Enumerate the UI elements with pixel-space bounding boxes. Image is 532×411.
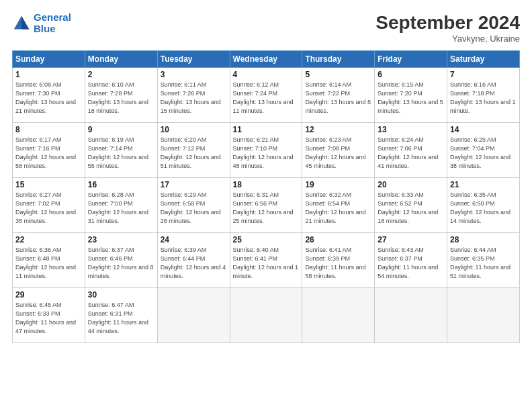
day-info: Sunrise: 6:31 AMSunset: 6:56 PMDaylight:…	[233, 191, 300, 226]
day-number: 5	[305, 70, 371, 79]
logo-icon	[12, 14, 31, 33]
calendar-cell: 28Sunrise: 6:44 AMSunset: 6:35 PMDayligh…	[447, 233, 520, 288]
day-number: 9	[88, 125, 154, 134]
day-info: Sunrise: 6:39 AMSunset: 6:44 PMDaylight:…	[161, 246, 227, 281]
day-info: Sunrise: 6:08 AMSunset: 7:30 PMDaylight:…	[15, 81, 82, 116]
day-number: 24	[161, 235, 227, 244]
calendar-row: 29Sunrise: 6:45 AMSunset: 6:33 PMDayligh…	[13, 288, 520, 343]
calendar-cell: 6Sunrise: 6:15 AMSunset: 7:20 PMDaylight…	[375, 68, 447, 123]
day-info: Sunrise: 6:23 AMSunset: 7:08 PMDaylight:…	[305, 136, 371, 171]
calendar-cell	[447, 288, 520, 343]
calendar-cell: 29Sunrise: 6:45 AMSunset: 6:33 PMDayligh…	[13, 288, 85, 343]
calendar-cell: 11Sunrise: 6:21 AMSunset: 7:10 PMDayligh…	[230, 123, 302, 178]
day-info: Sunrise: 6:12 AMSunset: 7:24 PMDaylight:…	[233, 81, 300, 116]
logo-general: General	[34, 11, 71, 23]
th-saturday: Saturday	[447, 51, 520, 68]
day-info: Sunrise: 6:47 AMSunset: 6:31 PMDaylight:…	[88, 301, 154, 336]
day-number: 23	[88, 235, 154, 244]
day-info: Sunrise: 6:27 AMSunset: 7:02 PMDaylight:…	[15, 191, 82, 226]
day-info: Sunrise: 6:33 AMSunset: 6:52 PMDaylight:…	[378, 191, 444, 226]
logo-text: General Blue	[34, 12, 71, 34]
calendar-cell: 26Sunrise: 6:41 AMSunset: 6:39 PMDayligh…	[302, 233, 375, 288]
calendar-cell: 24Sunrise: 6:39 AMSunset: 6:44 PMDayligh…	[157, 233, 230, 288]
calendar-cell: 10Sunrise: 6:20 AMSunset: 7:12 PMDayligh…	[157, 123, 230, 178]
day-info: Sunrise: 6:25 AMSunset: 7:04 PMDaylight:…	[450, 136, 517, 171]
day-info: Sunrise: 6:20 AMSunset: 7:12 PMDaylight:…	[161, 136, 227, 171]
day-info: Sunrise: 6:10 AMSunset: 7:28 PMDaylight:…	[88, 81, 154, 116]
day-info: Sunrise: 6:35 AMSunset: 6:50 PMDaylight:…	[450, 191, 517, 226]
calendar-cell: 23Sunrise: 6:37 AMSunset: 6:46 PMDayligh…	[85, 233, 157, 288]
calendar-cell: 22Sunrise: 6:36 AMSunset: 6:48 PMDayligh…	[13, 233, 85, 288]
calendar-cell: 19Sunrise: 6:32 AMSunset: 6:54 PMDayligh…	[302, 178, 375, 233]
day-number: 20	[378, 180, 444, 189]
day-info: Sunrise: 6:41 AMSunset: 6:39 PMDaylight:…	[305, 246, 371, 281]
calendar-cell: 13Sunrise: 6:24 AMSunset: 7:06 PMDayligh…	[375, 123, 447, 178]
day-info: Sunrise: 6:40 AMSunset: 6:41 PMDaylight:…	[233, 246, 300, 281]
calendar-cell: 5Sunrise: 6:14 AMSunset: 7:22 PMDaylight…	[302, 68, 375, 123]
day-number: 8	[15, 125, 82, 134]
day-number: 29	[15, 290, 82, 300]
calendar-row: 8Sunrise: 6:17 AMSunset: 7:16 PMDaylight…	[13, 123, 520, 178]
calendar-cell: 20Sunrise: 6:33 AMSunset: 6:52 PMDayligh…	[375, 178, 447, 233]
calendar-cell: 3Sunrise: 6:11 AMSunset: 7:26 PMDaylight…	[157, 68, 230, 123]
day-number: 7	[450, 70, 517, 79]
location-subtitle: Yavkyne, Ukraine	[375, 34, 520, 44]
month-title: September 2024	[375, 12, 520, 34]
calendar-cell: 2Sunrise: 6:10 AMSunset: 7:28 PMDaylight…	[85, 68, 157, 123]
day-info: Sunrise: 6:36 AMSunset: 6:48 PMDaylight:…	[15, 246, 82, 281]
day-info: Sunrise: 6:43 AMSunset: 6:37 PMDaylight:…	[378, 246, 444, 281]
calendar-cell: 18Sunrise: 6:31 AMSunset: 6:56 PMDayligh…	[230, 178, 302, 233]
day-number: 16	[88, 180, 154, 189]
day-number: 21	[450, 180, 517, 189]
day-number: 3	[161, 70, 227, 79]
calendar-row: 22Sunrise: 6:36 AMSunset: 6:48 PMDayligh…	[13, 233, 520, 288]
day-number: 4	[233, 70, 300, 79]
calendar-cell: 25Sunrise: 6:40 AMSunset: 6:41 PMDayligh…	[230, 233, 302, 288]
calendar-table: Sunday Monday Tuesday Wednesday Thursday…	[12, 50, 520, 343]
th-monday: Monday	[85, 51, 157, 68]
day-info: Sunrise: 6:28 AMSunset: 7:00 PMDaylight:…	[88, 191, 154, 226]
day-info: Sunrise: 6:21 AMSunset: 7:10 PMDaylight:…	[233, 136, 300, 171]
calendar-cell: 9Sunrise: 6:19 AMSunset: 7:14 PMDaylight…	[85, 123, 157, 178]
th-wednesday: Wednesday	[230, 51, 302, 68]
day-number: 2	[88, 70, 154, 79]
calendar-cell: 7Sunrise: 6:16 AMSunset: 7:18 PMDaylight…	[447, 68, 520, 123]
calendar-row: 1Sunrise: 6:08 AMSunset: 7:30 PMDaylight…	[13, 68, 520, 123]
calendar-cell: 8Sunrise: 6:17 AMSunset: 7:16 PMDaylight…	[13, 123, 85, 178]
day-number: 11	[233, 125, 300, 134]
calendar-row: 15Sunrise: 6:27 AMSunset: 7:02 PMDayligh…	[13, 178, 520, 233]
day-info: Sunrise: 6:16 AMSunset: 7:18 PMDaylight:…	[450, 81, 517, 116]
day-number: 19	[305, 180, 371, 189]
calendar-cell	[157, 288, 230, 343]
th-tuesday: Tuesday	[157, 51, 230, 68]
day-number: 25	[233, 235, 300, 244]
title-block: September 2024 Yavkyne, Ukraine	[375, 12, 520, 44]
svg-marker-1	[21, 15, 29, 29]
day-info: Sunrise: 6:37 AMSunset: 6:46 PMDaylight:…	[88, 246, 154, 281]
day-number: 14	[450, 125, 517, 134]
day-number: 22	[15, 235, 82, 244]
day-info: Sunrise: 6:17 AMSunset: 7:16 PMDaylight:…	[15, 136, 82, 171]
th-thursday: Thursday	[302, 51, 375, 68]
day-number: 12	[305, 125, 371, 134]
calendar-cell: 21Sunrise: 6:35 AMSunset: 6:50 PMDayligh…	[447, 178, 520, 233]
header: General Blue September 2024 Yavkyne, Ukr…	[12, 12, 520, 44]
calendar-cell: 27Sunrise: 6:43 AMSunset: 6:37 PMDayligh…	[375, 233, 447, 288]
calendar-cell: 1Sunrise: 6:08 AMSunset: 7:30 PMDaylight…	[13, 68, 85, 123]
day-info: Sunrise: 6:15 AMSunset: 7:20 PMDaylight:…	[378, 81, 444, 116]
day-number: 1	[15, 70, 82, 79]
day-info: Sunrise: 6:11 AMSunset: 7:26 PMDaylight:…	[161, 81, 227, 116]
day-info: Sunrise: 6:44 AMSunset: 6:35 PMDaylight:…	[450, 246, 517, 281]
day-info: Sunrise: 6:14 AMSunset: 7:22 PMDaylight:…	[305, 81, 371, 116]
day-number: 28	[450, 235, 517, 244]
day-number: 6	[378, 70, 444, 79]
day-number: 27	[378, 235, 444, 244]
calendar-cell: 14Sunrise: 6:25 AMSunset: 7:04 PMDayligh…	[447, 123, 520, 178]
day-number: 18	[233, 180, 300, 189]
day-number: 10	[161, 125, 227, 134]
day-info: Sunrise: 6:45 AMSunset: 6:33 PMDaylight:…	[15, 301, 82, 336]
page: General Blue September 2024 Yavkyne, Ukr…	[0, 0, 532, 411]
day-number: 13	[378, 125, 444, 134]
logo: General Blue	[12, 12, 71, 34]
calendar-cell: 30Sunrise: 6:47 AMSunset: 6:31 PMDayligh…	[85, 288, 157, 343]
